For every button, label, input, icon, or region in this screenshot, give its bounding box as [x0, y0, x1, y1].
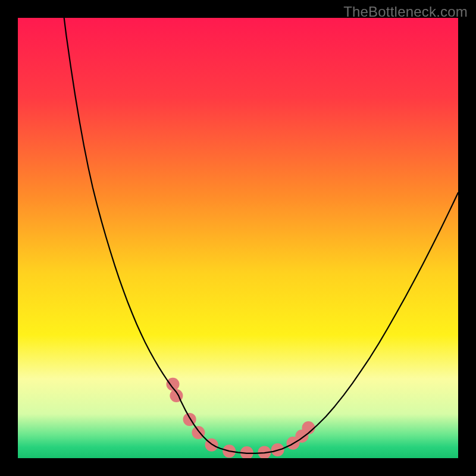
watermark-text: TheBottleneck.com — [343, 4, 468, 20]
chart-svg — [18, 18, 458, 458]
plot-area — [18, 18, 458, 458]
gradient-background — [18, 18, 458, 458]
chart-frame: TheBottleneck.com — [0, 0, 476, 476]
